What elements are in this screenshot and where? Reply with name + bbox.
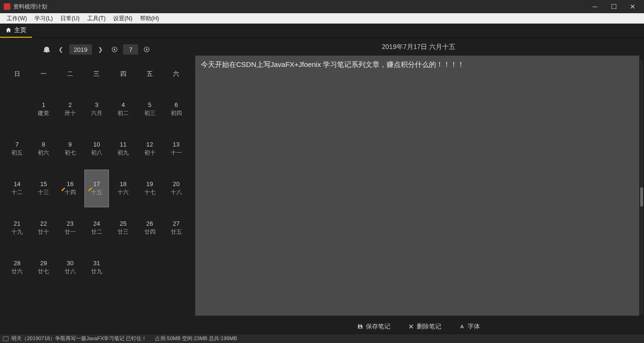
day-of-week: 四: [110, 66, 136, 90]
font-label: 字体: [468, 322, 480, 331]
day-cell[interactable]: 5初三: [137, 90, 162, 128]
status-bar: 明天（20190718）争取再写一篇JavaFX学习笔记 已钉住！ 占用:50M…: [0, 334, 644, 343]
day-lunar: 初五: [11, 149, 23, 157]
day-lunar: 初十: [144, 149, 156, 157]
day-lunar: 廿九: [91, 268, 102, 276]
day-cell[interactable]: 8初六: [31, 130, 56, 168]
day-cell[interactable]: 12初十: [137, 130, 162, 168]
tab-label: 主页: [14, 26, 26, 34]
day-cell[interactable]: 19十七: [137, 170, 162, 207]
tab-bar: 主页: [0, 24, 644, 38]
editor-scrollbar[interactable]: [640, 60, 643, 315]
day-cell[interactable]: 14十二: [5, 170, 29, 207]
note-editor[interactable]: 今天开始在CSDN上写JavaFX+Jfoenix 学习笔记系列文章，赚点积分什…: [195, 56, 639, 316]
editor-pane: 2019年7月17日 六月十五 今天开始在CSDN上写JavaFX+Jfoeni…: [193, 38, 644, 334]
day-lunar: 廿七: [38, 268, 49, 276]
day-lunar: 十四: [65, 188, 76, 196]
day-lunar: 廿十: [38, 228, 49, 236]
day-lunar: 廿三: [117, 228, 129, 236]
menu-item[interactable]: 帮助(H): [136, 15, 163, 23]
day-cell[interactable]: 27廿五: [164, 209, 189, 247]
day-cell[interactable]: 28廿六: [5, 249, 29, 286]
day-cell[interactable]: 3六月: [84, 90, 109, 128]
day-number: 10: [93, 141, 100, 148]
day-cell[interactable]: 22廿十: [31, 209, 56, 247]
day-lunar: 初九: [117, 149, 129, 157]
scrollbar-thumb[interactable]: [640, 188, 643, 206]
day-lunar: 初七: [65, 149, 76, 157]
day-cell[interactable]: 29廿七: [31, 249, 56, 286]
day-number: 16: [66, 180, 73, 188]
font-button[interactable]: 字体: [459, 322, 480, 331]
day-lunar: 初三: [144, 109, 156, 117]
notification-icon[interactable]: [41, 44, 52, 55]
prev-year-button[interactable]: ❮: [55, 44, 66, 55]
day-cell[interactable]: 26廿四: [137, 209, 162, 247]
next-month-button[interactable]: [141, 44, 152, 55]
day-cell[interactable]: 16十四: [58, 170, 83, 207]
next-year-button[interactable]: ❯: [95, 44, 106, 55]
day-cell: [137, 249, 162, 286]
day-lunar: 十一: [171, 149, 182, 157]
day-of-week: 三: [83, 66, 110, 90]
day-cell[interactable]: 13十一: [164, 130, 189, 168]
day-cell[interactable]: 25廿三: [111, 209, 135, 247]
day-cell[interactable]: 4初二: [111, 90, 135, 128]
minimize-button[interactable]: ─: [591, 3, 599, 10]
day-lunar: 十三: [38, 188, 49, 196]
day-number: 8: [42, 141, 45, 148]
save-icon: [357, 324, 363, 329]
content-area: ❮ 2019 ❯ 7 日一二三四五六1建党2卅十3六月4初二5初三6初四7初五8…: [0, 38, 644, 334]
day-cell[interactable]: 31廿九: [84, 249, 109, 286]
day-cell[interactable]: 18十六: [111, 170, 135, 207]
prev-month-button[interactable]: [109, 44, 120, 55]
day-lunar: 卅十: [65, 109, 76, 117]
day-number: 17: [93, 180, 100, 188]
day-lunar: 十二: [11, 188, 23, 196]
day-lunar: 初六: [38, 149, 49, 157]
menu-item[interactable]: 工具(T): [83, 15, 109, 23]
day-cell[interactable]: 2卅十: [58, 90, 83, 128]
menu-item[interactable]: 学习(L): [31, 15, 57, 23]
menu-item[interactable]: 设置(N): [109, 15, 136, 23]
day-lunar: 廿八: [65, 268, 76, 276]
day-cell[interactable]: 20十八: [164, 170, 189, 207]
delete-button[interactable]: 删除笔记: [408, 322, 441, 331]
save-button[interactable]: 保存笔记: [357, 322, 390, 331]
day-lunar: 初四: [171, 109, 182, 117]
day-cell[interactable]: 23廿一: [58, 209, 83, 247]
day-cell[interactable]: 6初四: [164, 90, 189, 128]
day-number: 11: [120, 141, 126, 148]
menu-item[interactable]: 日常(U): [57, 15, 83, 23]
day-lunar: 十五: [91, 188, 102, 196]
day-cell[interactable]: 15十三: [31, 170, 56, 207]
day-cell[interactable]: 24廿二: [84, 209, 109, 247]
day-number: 4: [122, 101, 125, 108]
pencil-icon: [88, 186, 92, 191]
day-lunar: 十七: [144, 188, 156, 196]
day-lunar: 十八: [171, 188, 182, 196]
day-cell[interactable]: 9初七: [58, 130, 83, 168]
day-number: 25: [120, 220, 126, 227]
day-cell[interactable]: 21十九: [5, 209, 29, 247]
day-of-week: 一: [30, 66, 57, 90]
home-icon: [6, 27, 11, 33]
day-cell: [111, 249, 135, 286]
day-number: 19: [146, 180, 153, 188]
month-value[interactable]: 7: [123, 44, 138, 55]
day-cell[interactable]: 7初五: [5, 130, 29, 168]
day-cell[interactable]: 10初八: [84, 130, 109, 168]
maximize-button[interactable]: ☐: [610, 3, 618, 10]
day-cell[interactable]: 17十五: [84, 170, 109, 207]
menu-item[interactable]: 工作(W): [3, 15, 31, 23]
close-button[interactable]: ✕: [629, 3, 636, 10]
tab-home[interactable]: 主页: [0, 24, 32, 38]
day-number: 21: [14, 220, 20, 227]
day-cell[interactable]: 1建党: [31, 90, 56, 128]
day-number: 5: [148, 101, 151, 108]
day-number: 26: [146, 220, 153, 227]
year-value[interactable]: 2019: [69, 44, 92, 55]
day-cell[interactable]: 30廿八: [58, 249, 83, 286]
day-cell[interactable]: 11初九: [111, 130, 135, 168]
day-lunar: 廿五: [171, 228, 182, 236]
